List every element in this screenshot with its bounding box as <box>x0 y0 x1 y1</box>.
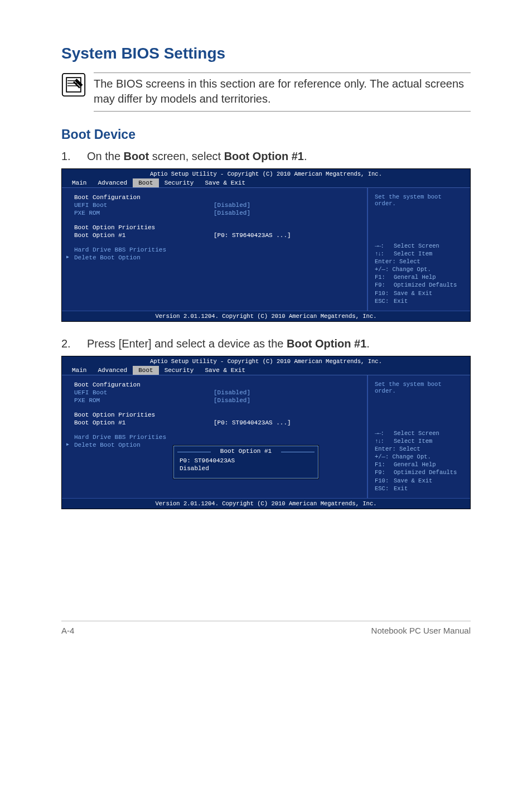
bios-header: Aptio Setup Utility - Copyright (C) 2010… <box>62 356 470 366</box>
bios-help-keys: →←:Select Screen ↑↓:Select Item Enter: S… <box>375 429 463 492</box>
boot-option-1-value[interactable]: [P0: ST9640423AS ...] <box>214 231 291 239</box>
step-1: 1. On the Boot screen, select Boot Optio… <box>61 150 471 163</box>
bios-help-keys: →←:Select Screen ↑↓:Select Item Enter: S… <box>375 242 463 305</box>
tab-advanced[interactable]: Advanced <box>92 178 133 187</box>
boot-configuration-label: Boot Configuration <box>74 381 359 389</box>
bios-tabs: Main Advanced Boot Security Save & Exit <box>62 178 470 188</box>
bios-screenshot-1: Aptio Setup Utility - Copyright (C) 2010… <box>61 168 471 322</box>
hdd-bbs-priorities[interactable]: Hard Drive BBS Priorities <box>74 433 359 441</box>
note-text: The BIOS screens in this section are for… <box>94 73 471 112</box>
pxe-rom-label[interactable]: PXE ROM <box>74 209 214 217</box>
bios-footer: Version 2.01.1204. Copyright (C) 2010 Am… <box>62 498 470 509</box>
bios-screenshot-2: Aptio Setup Utility - Copyright (C) 2010… <box>61 356 471 509</box>
page-footer: A-4 Notebook PC User Manual <box>61 621 471 635</box>
boot-option-1-value[interactable]: [P0: ST9640423AS ...] <box>214 419 291 427</box>
popup-item-st9640423as[interactable]: P0: ST9640423AS <box>180 457 312 465</box>
boot-option-1-label[interactable]: Boot Option #1 <box>74 231 214 239</box>
step-number: 2. <box>61 337 74 350</box>
boot-device-heading: Boot Device <box>61 127 471 142</box>
tab-boot[interactable]: Boot <box>133 178 158 187</box>
tab-save-exit[interactable]: Save & Exit <box>199 366 251 375</box>
step-2: 2. Press [Enter] and select a device as … <box>61 337 471 350</box>
pxe-rom-value[interactable]: [Disabled] <box>214 397 250 404</box>
bios-help-description: Set the system boot order. <box>375 194 463 207</box>
note-callout: The BIOS screens in this section are for… <box>61 73 471 112</box>
bios-tabs: Main Advanced Boot Security Save & Exit <box>62 366 470 375</box>
tab-security[interactable]: Security <box>159 178 200 187</box>
tab-boot[interactable]: Boot <box>133 366 158 375</box>
hdd-bbs-priorities[interactable]: Hard Drive BBS Priorities <box>74 246 359 254</box>
bios-footer: Version 2.01.1204. Copyright (C) 2010 Am… <box>62 311 470 321</box>
bios-right-panel: Set the system boot order. →←:Select Scr… <box>367 375 470 498</box>
uefi-boot-value[interactable]: [Disabled] <box>214 389 250 397</box>
uefi-boot-label[interactable]: UEFI Boot <box>74 389 214 397</box>
popup-item-disabled[interactable]: Disabled <box>180 465 312 472</box>
tab-advanced[interactable]: Advanced <box>92 366 133 375</box>
tab-main[interactable]: Main <box>66 366 92 375</box>
note-icon <box>61 73 86 97</box>
boot-configuration-label: Boot Configuration <box>74 194 359 201</box>
page-number: A-4 <box>61 626 74 635</box>
boot-option-priorities-label: Boot Option Priorities <box>74 224 359 231</box>
manual-title: Notebook PC User Manual <box>371 626 471 635</box>
step-text: Press [Enter] and select a device as the… <box>87 337 370 350</box>
popup-title: Boot Option #1 <box>174 446 318 456</box>
step-text: On the Boot screen, select Boot Option #… <box>87 150 307 163</box>
uefi-boot-value[interactable]: [Disabled] <box>214 201 250 209</box>
uefi-boot-label[interactable]: UEFI Boot <box>74 201 214 209</box>
tab-main[interactable]: Main <box>66 178 92 187</box>
pxe-rom-value[interactable]: [Disabled] <box>214 209 250 217</box>
step-number: 1. <box>61 150 74 163</box>
delete-boot-option[interactable]: Delete Boot Option <box>74 254 359 262</box>
bios-left-panel: Boot Configuration UEFI Boot [Disabled] … <box>62 188 367 311</box>
tab-save-exit[interactable]: Save & Exit <box>199 178 251 187</box>
tab-security[interactable]: Security <box>159 366 200 375</box>
bios-left-panel: Boot Configuration UEFI Boot [Disabled] … <box>62 375 367 498</box>
bios-help-description: Set the system boot order. <box>375 381 463 394</box>
boot-option-1-label[interactable]: Boot Option #1 <box>74 419 214 427</box>
boot-option-priorities-label: Boot Option Priorities <box>74 411 359 419</box>
page-title: System BIOS Settings <box>61 45 471 62</box>
bios-right-panel: Set the system boot order. →←:Select Scr… <box>367 188 470 311</box>
boot-option-popup: Boot Option #1 P0: ST9640423AS Disabled <box>173 446 318 479</box>
bios-header: Aptio Setup Utility - Copyright (C) 2010… <box>62 169 470 178</box>
pxe-rom-label[interactable]: PXE ROM <box>74 397 214 404</box>
